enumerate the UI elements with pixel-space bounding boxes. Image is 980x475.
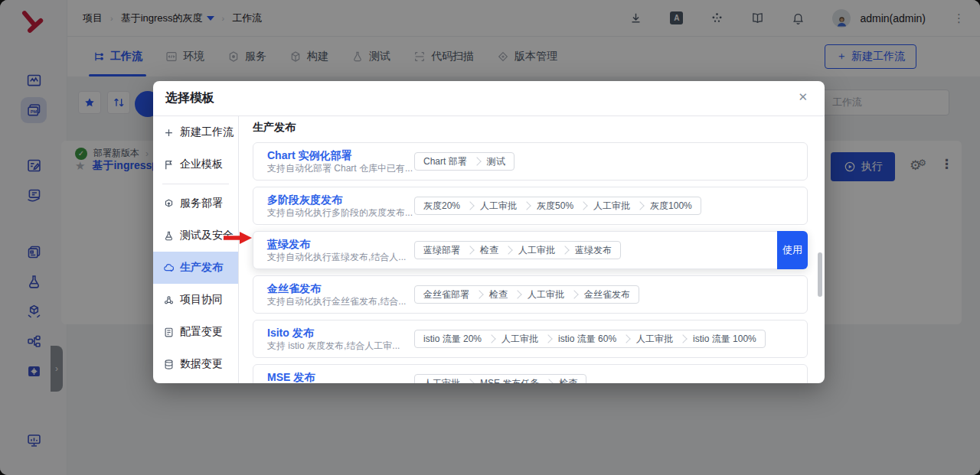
- template-title[interactable]: MSE 发布: [267, 370, 414, 383]
- section-title: 生产发布: [253, 121, 808, 135]
- chevron-right-icon: [466, 201, 474, 210]
- template-card-canary[interactable]: 金丝雀发布 支持自动化执行金丝雀发布,结合... 金丝雀部署 检查 人工审批 金…: [253, 275, 808, 314]
- template-category-menu: 新建工作流 企业模板 服务部署 测试及安全 生产发布: [153, 116, 239, 383]
- template-desc: 支持自动化执行多阶段的灰度发布...: [267, 207, 414, 219]
- chevron-right-icon: [472, 157, 481, 165]
- template-desc: 支持自动化执行蓝绿发布,结合人...: [267, 251, 414, 263]
- template-title[interactable]: 金丝雀发布: [267, 281, 414, 295]
- select-template-modal: 选择模板 ✕ 新建工作流 企业模板 服务部署: [153, 81, 825, 383]
- chevron-right-icon: [522, 201, 531, 210]
- template-title[interactable]: 蓝绿发布: [267, 237, 414, 251]
- chevron-right-icon: [635, 201, 644, 210]
- chevron-right-icon: [475, 290, 483, 298]
- config-change-icon: [163, 327, 175, 338]
- template-steps: 人工审批 MSE 发布任务 检查: [414, 374, 586, 383]
- chevron-right-icon: [622, 334, 630, 343]
- template-title[interactable]: Isito 发布: [267, 326, 414, 340]
- menu-item-production-release[interactable]: 生产发布: [153, 252, 238, 284]
- template-desc: 支持 istio 灰度发布,结合人工审...: [267, 340, 414, 352]
- template-steps: 灰度20% 人工审批 灰度50% 人工审批 灰度100%: [414, 197, 701, 215]
- chevron-right-icon: [560, 246, 569, 254]
- enterprise-icon: [163, 159, 175, 171]
- template-steps: istio 流量 20% 人工审批 istio 流量 60% 人工审批 isti…: [414, 330, 766, 348]
- menu-item-new-workflow[interactable]: 新建工作流: [153, 116, 238, 148]
- template-title[interactable]: Chart 实例化部署: [267, 148, 414, 162]
- deploy-icon: [163, 198, 175, 210]
- template-title[interactable]: 多阶段灰度发布: [267, 193, 414, 207]
- chevron-right-icon: [678, 334, 687, 343]
- template-steps: 蓝绿部署 检查 人工审批 蓝绿发布: [414, 241, 621, 259]
- chevron-right-icon: [504, 246, 512, 254]
- annotation-arrow-icon: [224, 231, 253, 245]
- chevron-right-icon: [466, 379, 474, 383]
- template-card-multi-stage-gray[interactable]: 多阶段灰度发布 支持自动化执行多阶段的灰度发布... 灰度20% 人工审批 灰度…: [253, 187, 808, 225]
- template-card-blue-green[interactable]: 蓝绿发布 支持自动化执行蓝绿发布,结合人... 蓝绿部署 检查 人工审批 蓝绿发…: [253, 231, 808, 269]
- template-steps: 金丝雀部署 检查 人工审批 金丝雀发布: [414, 285, 639, 304]
- menu-item-data-change[interactable]: 数据变更: [153, 348, 238, 380]
- modal-scrollbar[interactable]: [818, 252, 822, 297]
- template-desc: 支持自动化部署 Chart 仓库中已有...: [267, 162, 414, 174]
- data-change-icon: [163, 359, 175, 370]
- template-card-istio[interactable]: Isito 发布 支持 istio 灰度发布,结合人工审... istio 流量…: [253, 320, 808, 358]
- menu-divider: [162, 184, 229, 184]
- chevron-right-icon: [544, 334, 552, 343]
- chevron-right-icon: [570, 290, 578, 298]
- modal-title: 选择模板: [165, 90, 214, 106]
- menu-item-enterprise-templates[interactable]: 企业模板: [153, 148, 238, 181]
- template-desc: 支持自动化执行金丝雀发布,结合...: [267, 295, 414, 307]
- menu-item-project-collaboration[interactable]: 项目协同: [153, 284, 238, 316]
- chevron-right-icon: [579, 201, 587, 210]
- chevron-right-icon: [466, 246, 474, 254]
- chevron-right-icon: [487, 334, 495, 343]
- collaboration-icon: [163, 294, 175, 306]
- template-list: 生产发布 Chart 实例化部署 支持自动化部署 Chart 仓库中已有... …: [239, 116, 825, 383]
- chevron-right-icon: [513, 290, 521, 298]
- template-card-mse[interactable]: MSE 发布 支持 MSE 发布,结合人工审批, ... 人工审批 MSE 发布…: [253, 364, 808, 383]
- release-icon: [163, 262, 175, 274]
- template-steps: Chart 部署 测试: [414, 152, 514, 171]
- app-window: PM: [0, 0, 980, 475]
- template-card-chart-deploy[interactable]: Chart 实例化部署 支持自动化部署 Chart 仓库中已有... Chart…: [253, 142, 808, 181]
- use-template-button[interactable]: 使用: [777, 231, 808, 269]
- chevron-right-icon: [545, 379, 554, 383]
- close-icon[interactable]: ✕: [798, 91, 808, 102]
- menu-item-config-change[interactable]: 配置变更: [153, 316, 238, 348]
- menu-item-service-deploy[interactable]: 服务部署: [153, 187, 238, 220]
- plus-icon: [163, 127, 175, 138]
- test-security-icon: [163, 230, 175, 242]
